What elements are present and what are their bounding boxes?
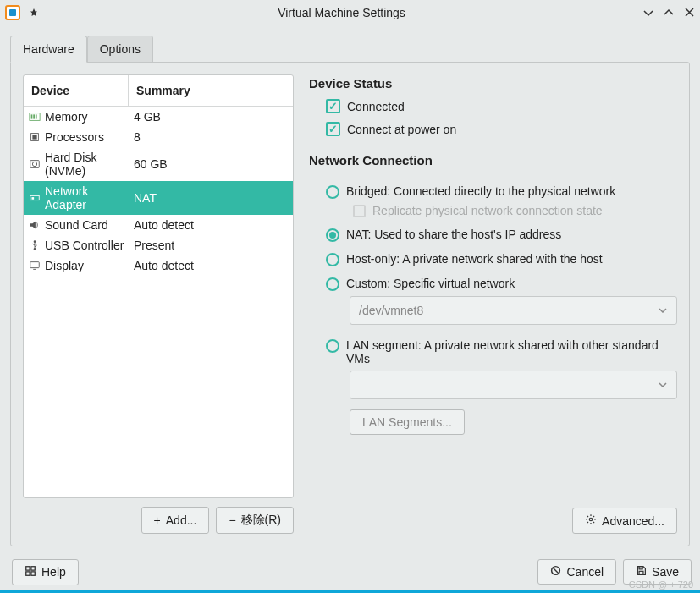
col-device: Device: [24, 75, 129, 106]
cancel-button[interactable]: Cancel: [537, 559, 616, 585]
network-connection-title: Network Connection: [309, 153, 677, 167]
detail-panel: Device Status ✓ Connected ✓ Connect at p…: [309, 74, 677, 534]
checkbox-icon: ✓: [326, 99, 340, 113]
svg-point-11: [34, 248, 36, 250]
radio-nat[interactable]: NAT: Used to share the host's IP address: [326, 228, 677, 242]
tab-hardware[interactable]: Hardware: [10, 36, 87, 63]
add-button[interactable]: +Add...: [141, 507, 210, 534]
radio-bridged[interactable]: Bridged: Connected directly to the physi…: [326, 184, 677, 199]
lan-segment-dropdown: [350, 371, 677, 399]
btn-label: Add...: [166, 513, 197, 527]
svg-rect-19: [639, 567, 642, 569]
table-header: Device Summary: [24, 75, 293, 107]
memory-icon: [29, 111, 41, 123]
maximize-icon[interactable]: [663, 7, 675, 19]
btn-label: Advanced...: [602, 514, 664, 528]
device-table: Device Summary Memory 4 GB Processors 8 …: [23, 74, 294, 498]
check-connected[interactable]: ✓ Connected: [326, 99, 677, 113]
cell-summary: Auto detect: [129, 218, 288, 232]
svg-rect-8: [30, 195, 40, 200]
pin-icon[interactable]: [27, 6, 41, 19]
gear-icon: [585, 513, 597, 528]
footer: Help Cancel Save: [0, 552, 700, 592]
chevron-down-icon: [648, 371, 676, 398]
help-button[interactable]: Help: [12, 559, 79, 585]
svg-rect-20: [639, 571, 643, 574]
row-sound-card[interactable]: Sound Card Auto detect: [24, 215, 293, 235]
table-rows: Memory 4 GB Processors 8 Hard Disk (NVMe…: [24, 107, 293, 276]
row-memory[interactable]: Memory 4 GB: [24, 107, 293, 127]
content: Hardware Options Device Summary Memory 4…: [0, 25, 700, 552]
cell-summary: 8: [129, 130, 288, 144]
svg-rect-14: [26, 566, 30, 569]
svg-rect-5: [32, 135, 36, 139]
cell-summary: NAT: [129, 191, 288, 205]
row-display[interactable]: Display Auto detect: [24, 255, 293, 276]
network-icon: [29, 192, 41, 204]
device-column: Device Summary Memory 4 GB Processors 8 …: [23, 74, 294, 534]
radio-custom[interactable]: Custom: Specific virtual network: [326, 277, 677, 291]
svg-rect-17: [31, 571, 35, 574]
cell-label: Network Adapter: [45, 184, 129, 211]
cell-summary: 4 GB: [129, 110, 288, 124]
minus-icon: −: [229, 513, 235, 527]
svg-point-7: [32, 162, 36, 166]
lan-segments-row: LAN Segments...: [350, 409, 677, 435]
btn-label: LAN Segments...: [362, 415, 452, 429]
svg-rect-1: [31, 114, 33, 118]
check-label: Connect at power on: [347, 123, 456, 136]
row-usb-controller[interactable]: USB Controller Present: [24, 235, 293, 255]
titlebar: Virtual Machine Settings: [0, 0, 700, 25]
radio-host-only[interactable]: Host-only: A private network shared with…: [326, 252, 677, 266]
cell-summary: Auto detect: [129, 259, 288, 272]
cell-label: Hard Disk (NVMe): [45, 151, 129, 178]
col-summary: Summary: [129, 75, 293, 106]
radio-icon: [326, 277, 339, 291]
cell-summary: Present: [129, 239, 288, 252]
radio-icon: [326, 253, 339, 266]
radio-lan-segment[interactable]: LAN segment: A private network shared wi…: [326, 338, 677, 365]
remove-button[interactable]: −移除(R): [216, 507, 294, 534]
usb-icon: [29, 239, 41, 251]
svg-rect-9: [32, 197, 35, 200]
display-icon: [29, 260, 41, 272]
window-title: Virtual Machine Settings: [41, 6, 642, 19]
checkbox-icon: [353, 205, 366, 217]
radio-label: Host-only: A private network shared with…: [346, 252, 603, 266]
svg-rect-12: [30, 262, 40, 268]
custom-vmnet-dropdown: /dev/vmnet8: [350, 296, 677, 325]
check-replicate: Replicate physical network connection st…: [353, 204, 677, 217]
radio-label: Bridged: Connected directly to the physi…: [346, 184, 615, 198]
watermark: CSDN @ + 720: [629, 579, 693, 590]
app-icon: [5, 5, 20, 20]
svg-rect-15: [31, 566, 35, 569]
radio-label: Custom: Specific virtual network: [346, 277, 515, 290]
check-label: Connected: [347, 100, 405, 113]
svg-rect-2: [33, 114, 35, 118]
lan-segments-button: LAN Segments...: [350, 409, 465, 435]
tab-options[interactable]: Options: [87, 36, 153, 63]
plus-icon: +: [154, 513, 161, 527]
check-connect-at-power-on[interactable]: ✓ Connect at power on: [326, 122, 677, 136]
close-icon[interactable]: [683, 7, 695, 19]
cancel-icon: [550, 565, 561, 579]
advanced-row: Advanced...: [309, 508, 677, 534]
advanced-button[interactable]: Advanced...: [572, 508, 677, 534]
cell-summary: 60 GB: [129, 157, 288, 171]
cell-label: USB Controller: [45, 239, 124, 252]
btn-label: Cancel: [566, 565, 604, 579]
cell-label: Processors: [45, 130, 104, 144]
row-hard-disk[interactable]: Hard Disk (NVMe) 60 GB: [24, 147, 293, 181]
svg-rect-16: [26, 571, 30, 574]
chevron-down-icon: [648, 297, 676, 324]
device-buttons: +Add... −移除(R): [23, 507, 294, 534]
svg-point-13: [589, 518, 593, 521]
btn-label: 移除(R): [241, 513, 281, 528]
cell-label: Display: [45, 259, 84, 272]
window-controls: [642, 7, 695, 19]
row-processors[interactable]: Processors 8: [24, 127, 293, 147]
row-network-adapter[interactable]: Network Adapter NAT: [24, 181, 293, 215]
cpu-icon: [29, 131, 41, 143]
btn-label: Save: [652, 565, 679, 579]
minimize-icon[interactable]: [642, 7, 654, 19]
